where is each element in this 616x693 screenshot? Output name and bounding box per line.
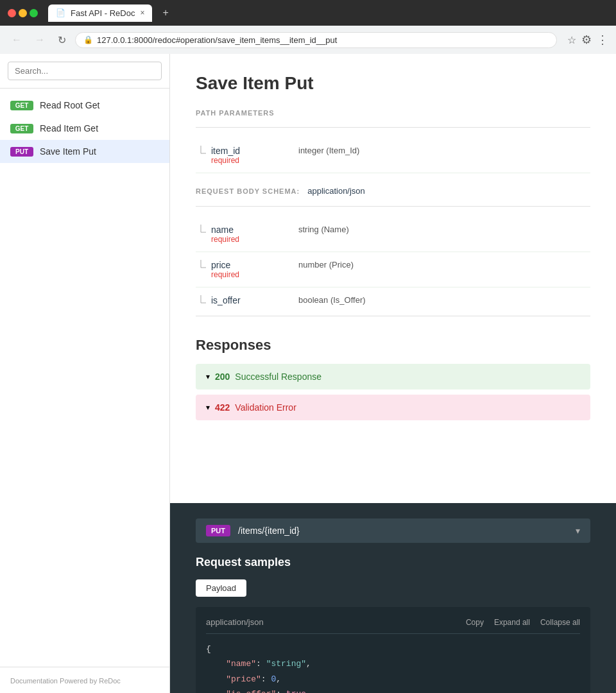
request-body-schema: application/json [307,186,365,196]
content-area: Save Item Put PATH PARAMETERS item_id re… [170,54,616,503]
tree-connector-icon [196,146,206,158]
address-bar[interactable]: 🔒 127.0.0.1:8000/redoc#operation/save_it… [75,32,557,48]
param-left-price: price required [196,260,286,279]
param-name-block: item_id required [211,146,240,165]
path-param-row: item_id required integer (Item_Id) [196,138,590,173]
back-button[interactable]: ← [8,31,26,48]
endpoint-method-badge: PUT [206,525,230,536]
body-param-isoffer-row: is_offer boolean (Is_Offer) [196,287,590,316]
code-block-header: application/json Copy Expand all Collaps… [206,617,580,634]
page-title: Save Item Put [196,73,590,94]
bookmark-icon[interactable]: ☆ [567,34,576,46]
response-code-422: 422 [215,402,230,413]
param-name-block-price: price required [211,260,239,279]
tree-connector-price-icon [196,260,206,273]
response-200-item[interactable]: ▾ 200 Successful Response [196,364,590,389]
redoc-link[interactable]: Documentation Powered by ReDoc [10,677,121,685]
code-block: application/json Copy Expand all Collaps… [196,607,590,693]
param-left-isoffer: is_offer [196,295,286,308]
new-tab-button[interactable]: + [157,4,173,21]
response-code-200: 200 [215,372,230,382]
path-parameters-section: PATH PARAMETERS item_id required integer [196,109,590,173]
request-body-header: REQUEST BODY SCHEMA: application/json [196,186,590,196]
body-param-type-price: number (Price) [298,260,590,270]
nav-item-label: Read Item Get [40,123,98,133]
code-line-open-brace: { [206,642,580,656]
responses-title: Responses [196,337,590,354]
tab-title: Fast API - ReDoc [71,8,135,18]
path-parameters-label: PATH PARAMETERS [196,109,590,117]
sidebar-search [0,54,169,89]
responses-section: Responses ▾ 200 Successful Response ▾ 42… [196,337,590,420]
refresh-button[interactable]: ↻ [54,31,70,49]
code-content-type: application/json [206,617,264,627]
param-left: item_id required [196,146,286,165]
response-422-item[interactable]: ▾ 422 Validation Error [196,395,590,420]
app-container: GET Read Root Get GET Read Item Get PUT … [0,54,616,693]
endpoint-bar: PUT /items/{item_id} ▾ [196,518,590,543]
payload-tab-button[interactable]: Payload [196,579,246,597]
code-line-isoffer: "is_offer": true [206,687,580,693]
body-param-type-name: string (Name) [298,225,590,234]
sidebar: GET Read Root Get GET Read Item Get PUT … [0,54,170,693]
body-param-type-isoffer: boolean (Is_Offer) [298,295,590,305]
code-actions: Copy Expand all Collapse all [466,618,580,627]
extension-icon[interactable]: ⚙ [581,33,592,47]
window-maximize-button[interactable] [30,9,38,17]
param-name-block-name: name required [211,225,239,244]
tree-connector-name-icon [196,225,206,237]
body-param-required-name: required [211,235,239,244]
window-controls [8,9,38,17]
address-text: 127.0.0.1:8000/redoc#operation/save_item… [97,35,549,45]
copy-button[interactable]: Copy [466,618,484,627]
chevron-down-icon: ▾ [206,403,210,412]
sidebar-item-read-root-get[interactable]: GET Read Root Get [0,94,169,117]
section-divider-body [196,206,590,207]
forward-button[interactable]: → [31,31,49,48]
chevron-down-icon: ▾ [576,526,580,536]
browser-tab[interactable]: 📄 Fast API - ReDoc × [48,4,152,22]
method-badge-get: GET [10,101,33,110]
main-content: Save Item Put PATH PARAMETERS item_id re… [170,54,616,693]
expand-all-button[interactable]: Expand all [494,618,530,627]
sidebar-footer: Documentation Powered by ReDoc [0,667,169,693]
method-badge-put: PUT [10,147,33,157]
request-body-section: REQUEST BODY SCHEMA: application/json na… [196,186,590,316]
param-required: required [211,156,240,165]
tab-close-button[interactable]: × [140,8,144,17]
window-minimize-button[interactable] [19,9,27,17]
param-type: integer (Item_Id) [298,146,590,155]
section-divider [196,127,590,128]
nav-item-label: Save Item Put [40,146,96,157]
tab-icon: 📄 [56,8,65,17]
window-close-button[interactable] [8,9,16,17]
request-body-label: REQUEST BODY SCHEMA: [196,187,300,195]
dark-panel: PUT /items/{item_id} ▾ Request samples P… [170,503,616,693]
method-badge-get: GET [10,124,33,133]
collapse-all-button[interactable]: Collapse all [540,618,580,627]
browser-controls: ← → ↻ 🔒 127.0.0.1:8000/redoc#operation/s… [0,26,616,54]
search-input[interactable] [8,62,162,80]
sidebar-nav: GET Read Root Get GET Read Item Get PUT … [0,89,169,667]
code-content: { "name": "string", "price": 0, "is_offe… [206,642,580,693]
response-desc-200: Successful Response [235,372,321,382]
endpoint-path: /items/{item_id} [238,526,568,536]
body-param-required-price: required [211,270,239,279]
response-desc-422: Validation Error [235,402,296,413]
code-line-price: "price": 0, [206,672,580,687]
sidebar-item-read-item-get[interactable]: GET Read Item Get [0,117,169,140]
chevron-down-icon: ▾ [206,372,210,381]
nav-item-label: Read Root Get [40,100,99,110]
body-param-price-row: price required number (Price) [196,252,590,287]
lock-icon: 🔒 [83,35,93,44]
param-name-block-isoffer: is_offer [211,295,241,305]
code-line-name: "name": "string", [206,656,580,671]
body-param-name: name [211,225,239,235]
browser-titlebar: 📄 Fast API - ReDoc × + [0,0,616,26]
body-param-name-row: name required string (Name) [196,217,590,252]
body-param-isoffer: is_offer [211,295,241,305]
more-menu-button[interactable]: ⋮ [597,33,608,47]
param-name: item_id [211,146,240,156]
tree-connector-isoffer-icon [196,295,206,308]
sidebar-item-save-item-put[interactable]: PUT Save Item Put [0,140,169,163]
